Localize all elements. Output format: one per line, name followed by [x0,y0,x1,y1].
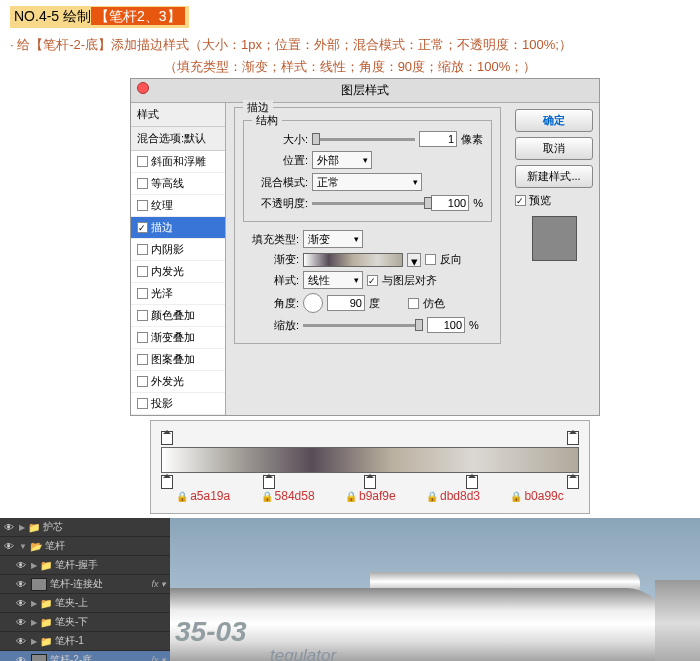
lock-icon: 🔒 [345,491,357,502]
opacity-stop[interactable] [567,431,579,445]
ok-button[interactable]: 确定 [515,109,593,132]
blend-label: 混合模式: [252,175,308,190]
layer-folder[interactable]: 👁▼📂笔杆 [0,537,170,556]
layers-panel: 👁▶📁护芯 👁▼📂笔杆 👁▶📁笔杆-握手 👁笔杆-连接处fx ▾ 👁▶📁笔夹-上… [0,518,170,661]
angle-dial[interactable] [303,293,323,313]
eye-icon: 👁 [4,541,16,552]
pen-end [655,580,700,661]
chevron-right-icon: ▶ [31,599,37,608]
grad-label: 渐变: [243,252,299,267]
style-color-overlay[interactable]: 颜色叠加 [131,305,225,327]
size-input[interactable] [419,131,457,147]
folder-icon: 📁 [40,636,52,647]
style-select[interactable]: 线性 [303,271,363,289]
style-inner-shadow[interactable]: 内阴影 [131,239,225,261]
gradient-editor: 🔒a5a19a 🔒584d58 🔒b9af9e 🔒dbd8d3 🔒b0a99c [150,420,590,514]
canvas-preview: 35-03 tegulator [170,518,700,661]
style-pattern-overlay[interactable]: 图案叠加 [131,349,225,371]
scale-input[interactable] [427,317,465,333]
style-inner-glow[interactable]: 内发光 [131,261,225,283]
color-stop[interactable] [466,475,478,489]
style-outer-glow[interactable]: 外发光 [131,371,225,393]
preview-checkbox[interactable] [515,195,526,206]
color-label: 🔒a5a19a [176,489,230,503]
gradient-preview[interactable] [303,253,403,267]
lock-icon: 🔒 [176,491,188,502]
eye-icon: 👁 [4,522,16,533]
layer-folder[interactable]: 👁▶📁笔夹-上 [0,594,170,613]
styles-header[interactable]: 样式 [131,103,225,127]
pos-select[interactable]: 外部 [312,151,372,169]
reverse-checkbox[interactable] [425,254,436,265]
pen-text-brand: tegulator [270,646,336,661]
opacity-slider[interactable] [312,202,427,205]
lock-icon: 🔒 [426,491,438,502]
color-label: 🔒b9af9e [345,489,396,503]
step-highlight: 【笔杆2、3】 [91,7,185,25]
fill-label: 填充类型: [243,232,299,247]
style-drop-shadow[interactable]: 投影 [131,393,225,415]
style-gradient-overlay[interactable]: 渐变叠加 [131,327,225,349]
folder-icon: 📁 [40,560,52,571]
style-satin[interactable]: 光泽 [131,283,225,305]
layer-folder[interactable]: 👁▶📁笔夹-下 [0,613,170,632]
folder-icon: 📁 [40,598,52,609]
eye-icon: 👁 [16,655,28,662]
color-stop[interactable] [161,475,173,489]
desc-line-2: （填充类型：渐变；样式：线性；角度：90度；缩放：100%；） [0,56,700,78]
style-list: 样式 混合选项:默认 斜面和浮雕 等高线 纹理 描边 内阴影 内发光 光泽 颜色… [131,103,226,415]
pen-text-model: 35-03 [175,616,247,648]
stroke-panel: 描边 结构 大小: 像素 位置: 外部 混合模式: 正常 [226,103,509,415]
dither-checkbox[interactable] [408,298,419,309]
new-style-button[interactable]: 新建样式... [515,165,593,188]
fx-badge: fx ▾ [151,579,166,589]
color-label: 🔒b0a99c [510,489,563,503]
folder-icon: 📂 [30,541,42,552]
lock-icon: 🔒 [261,491,273,502]
desc-line-1: · 给【笔杆-2-底】添加描边样式（大小：1px；位置：外部；混合模式：正常；不… [0,34,700,56]
style-texture[interactable]: 纹理 [131,195,225,217]
gradient-dropdown-icon[interactable]: ▾ [407,253,421,267]
color-stop[interactable] [364,475,376,489]
folder-icon: 📁 [40,617,52,628]
close-icon[interactable] [137,82,149,94]
layer-folder[interactable]: 👁▶📁笔杆-握手 [0,556,170,575]
style-contour[interactable]: 等高线 [131,173,225,195]
step-title: NO.4-5 绘制【笔杆2、3】 [10,6,189,28]
opacity-label: 不透明度: [252,196,308,211]
layer-item[interactable]: 👁笔杆-连接处fx ▾ [0,575,170,594]
layer-folder[interactable]: 👁▶📁护芯 [0,518,170,537]
angle-label: 角度: [243,296,299,311]
chevron-right-icon: ▶ [31,561,37,570]
eye-icon: 👁 [16,598,28,609]
size-label: 大小: [252,132,308,147]
blend-select[interactable]: 正常 [312,173,422,191]
color-label: 🔒584d58 [261,489,315,503]
scale-slider[interactable] [303,324,423,327]
eye-icon: 👁 [16,617,28,628]
opacity-input[interactable] [431,195,469,211]
fill-select[interactable]: 渐变 [303,230,363,248]
struct-title: 结构 [252,113,282,128]
align-checkbox[interactable] [367,275,378,286]
layer-thumb [31,654,47,662]
layer-item-selected[interactable]: 👁笔杆-2-底fx ▾ [0,651,170,661]
color-stop[interactable] [567,475,579,489]
cancel-button[interactable]: 取消 [515,137,593,160]
style-bevel[interactable]: 斜面和浮雕 [131,151,225,173]
style-label: 样式: [243,273,299,288]
style-stroke[interactable]: 描边 [131,217,225,239]
blend-default[interactable]: 混合选项:默认 [131,127,225,151]
pos-label: 位置: [252,153,308,168]
preview-swatch [532,216,577,261]
angle-input[interactable] [327,295,365,311]
chevron-right-icon: ▶ [31,618,37,627]
size-slider[interactable] [312,138,415,141]
eye-icon: 👁 [16,579,28,590]
color-stop[interactable] [263,475,275,489]
scale-label: 缩放: [243,318,299,333]
eye-icon: 👁 [16,560,28,571]
opacity-stop[interactable] [161,431,173,445]
layer-thumb [31,578,47,591]
layer-folder[interactable]: 👁▶📁笔杆-1 [0,632,170,651]
